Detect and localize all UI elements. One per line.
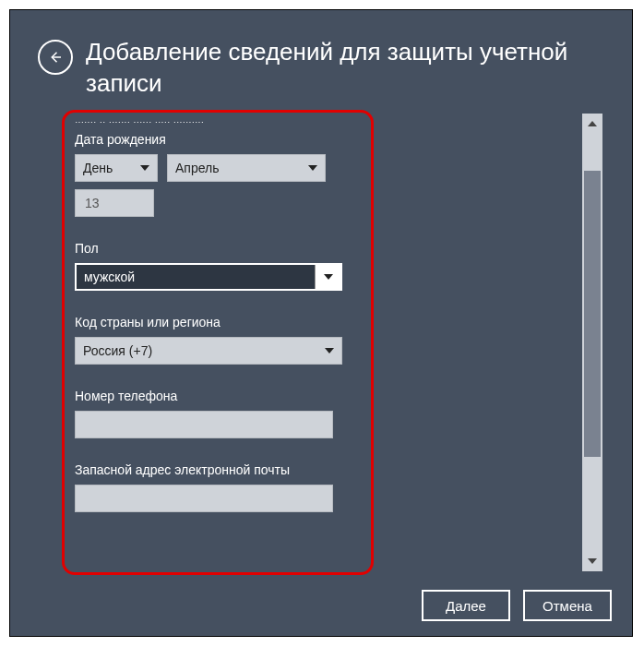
- dob-month-value: Апрель: [175, 161, 220, 175]
- content-area: ······· ·· ······· ······ ····· ········…: [66, 114, 602, 571]
- gender-select[interactable]: мужской: [75, 263, 342, 291]
- back-button[interactable]: [38, 40, 73, 75]
- account-form: ······· ·· ······· ······ ····· ········…: [66, 114, 366, 512]
- scroll-down-button[interactable]: [582, 551, 602, 571]
- dob-day-select[interactable]: День: [75, 154, 158, 182]
- dob-day-value: День: [83, 161, 113, 175]
- chevron-down-icon: [308, 165, 317, 171]
- truncated-intro-text: ······· ·· ······· ······ ····· ········…: [75, 115, 361, 123]
- scroll-thumb[interactable]: [584, 171, 601, 457]
- phone-group: Номер телефона: [75, 389, 361, 438]
- gender-value: мужской: [84, 270, 135, 284]
- altemail-group: Запасной адрес электронной почты: [75, 462, 361, 512]
- phone-label: Номер телефона: [75, 389, 361, 403]
- chevron-down-icon: [315, 265, 340, 289]
- scroll-track[interactable]: [582, 134, 602, 551]
- chevron-down-icon: [325, 348, 334, 353]
- header: Добавление сведений для защиты учетной з…: [10, 10, 632, 99]
- arrow-left-icon: [47, 49, 64, 66]
- dob-group: Дата рождения День Апрель 13: [75, 132, 361, 217]
- phone-input[interactable]: [75, 411, 333, 438]
- cancel-button[interactable]: Отмена: [523, 590, 612, 621]
- vertical-scrollbar[interactable]: [582, 114, 602, 571]
- page-title: Добавление сведений для защиты учетной з…: [86, 36, 602, 99]
- dob-year-input[interactable]: 13: [75, 189, 154, 217]
- dob-label: Дата рождения: [75, 132, 361, 147]
- scroll-up-button[interactable]: [582, 114, 602, 134]
- gender-group: Пол мужской: [75, 241, 361, 291]
- gender-label: Пол: [75, 241, 361, 256]
- account-protection-window: Добавление сведений для защиты учетной з…: [9, 9, 633, 637]
- altemail-input[interactable]: [75, 485, 333, 512]
- next-button[interactable]: Далее: [422, 590, 510, 621]
- form-scroll-body: ······· ·· ······· ······ ····· ········…: [66, 114, 575, 571]
- country-value: Россия (+7): [83, 343, 152, 358]
- country-group: Код страны или региона Россия (+7): [75, 315, 361, 365]
- country-select[interactable]: Россия (+7): [75, 337, 342, 365]
- footer-actions: Далее Отмена: [422, 590, 612, 621]
- dob-month-select[interactable]: Апрель: [167, 154, 326, 182]
- chevron-down-icon: [140, 165, 149, 171]
- chevron-up-icon: [588, 121, 597, 126]
- dob-year-value: 13: [85, 196, 100, 210]
- country-label: Код страны или региона: [75, 315, 361, 329]
- chevron-down-icon: [588, 558, 597, 564]
- altemail-label: Запасной адрес электронной почты: [75, 462, 361, 477]
